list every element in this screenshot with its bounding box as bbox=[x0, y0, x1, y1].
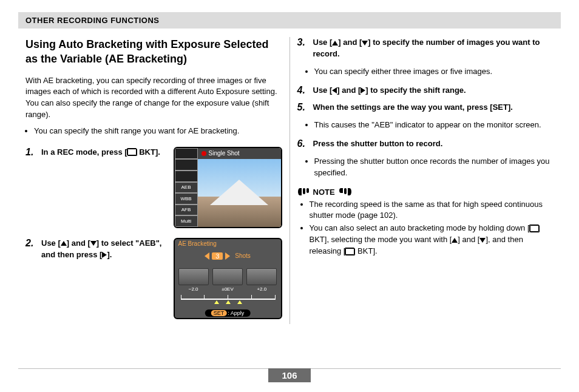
thumb-1: ±0EV bbox=[212, 268, 243, 285]
intro-bullet: You can specify the shift range you want… bbox=[34, 126, 282, 137]
up-arrow-icon bbox=[452, 238, 458, 243]
step-5: 5. When the settings are the way you wan… bbox=[297, 102, 554, 113]
thumb-1-label: ±0EV bbox=[213, 286, 242, 292]
mountain-icon bbox=[210, 180, 268, 205]
section-header: OTHER RECORDING FUNCTIONS bbox=[18, 12, 561, 29]
step-2: 2. Use [] and [] to select "AEB", and th… bbox=[25, 238, 168, 261]
figure1-photo bbox=[198, 159, 281, 227]
s2d: ]. bbox=[107, 250, 112, 259]
record-dot-icon bbox=[201, 151, 206, 156]
scale-arrow-icon bbox=[237, 300, 242, 304]
fig1-cell-0 bbox=[175, 148, 198, 160]
note-bullet-2: You can also select an auto bracketing m… bbox=[310, 223, 554, 257]
note-decor-left-icon bbox=[297, 188, 310, 195]
step-1-text-b: BKT]. bbox=[137, 147, 160, 157]
scale-arrow-icon bbox=[226, 300, 231, 304]
fig1-cell-afb: AFB bbox=[175, 204, 198, 216]
step-3-bullet: You can specify either three images or f… bbox=[314, 66, 554, 78]
nb2a: You can also select an auto bracketing m… bbox=[310, 223, 530, 232]
fig1-cell-2 bbox=[175, 171, 198, 182]
figure2-apply-bar: SET: Apply bbox=[205, 309, 251, 317]
figure1-sidebar: AEB WBB AFB Multi bbox=[175, 148, 198, 227]
set-label: SET bbox=[211, 310, 227, 316]
step-1-text: In a REC mode, press [ BKT]. bbox=[41, 147, 160, 158]
note-bullets: The recording speed is the same as that … bbox=[301, 199, 554, 257]
tick bbox=[251, 295, 252, 300]
figure1-top-label: Single Shot bbox=[209, 150, 240, 157]
s3a: Use [ bbox=[313, 38, 333, 47]
note-header: NOTE bbox=[297, 188, 554, 197]
figure1-topbar: Single Shot bbox=[198, 148, 281, 159]
thumb-2: +2.0 bbox=[246, 268, 277, 285]
left-column: Using Auto Bracketing with Exposure Sele… bbox=[18, 37, 290, 324]
up-arrow-icon bbox=[61, 241, 67, 246]
s3b: ] and [ bbox=[338, 38, 362, 47]
step-1-text-a: In a REC mode, press [ bbox=[41, 147, 127, 157]
down-arrow-icon bbox=[362, 41, 368, 46]
step-5-bullet: This causes the "AEB" indicator to appea… bbox=[314, 120, 554, 131]
s2a: Use [ bbox=[41, 238, 61, 248]
step-3-bullets: You can specify either three images or f… bbox=[306, 66, 554, 78]
scale-arrow-icon bbox=[214, 300, 219, 304]
thumb-0-label: −2.0 bbox=[179, 286, 208, 292]
bracket-icon bbox=[345, 248, 355, 255]
figure-single-shot: AEB WBB AFB Multi Single Shot bbox=[174, 147, 282, 228]
down-arrow-icon bbox=[479, 238, 486, 243]
step-6-bullets: Pressing the shutter button once records… bbox=[306, 156, 554, 179]
intro-bullet-list: You can specify the shift range you want… bbox=[25, 126, 282, 137]
step-6-number: 6. bbox=[297, 138, 308, 150]
figure2-shots-label: Shots bbox=[235, 252, 251, 259]
figure2-scale bbox=[181, 295, 275, 307]
figure2-shots-number: 3 bbox=[212, 252, 223, 260]
step-5-bullets: This causes the "AEB" indicator to appea… bbox=[306, 120, 554, 131]
right-column: 3. Use [] and [] to specify the number o… bbox=[290, 37, 561, 324]
down-arrow-icon bbox=[90, 241, 96, 246]
step-5-text: When the settings are the way you want, … bbox=[313, 102, 513, 113]
figure2-thumbs: −2.0 ±0EV +2.0 bbox=[175, 268, 281, 285]
intro-paragraph: With AE bracketing, you can specify reco… bbox=[25, 75, 282, 121]
step-2-row: 2. Use [] and [] to select "AEB", and th… bbox=[25, 238, 282, 319]
step-1: 1. In a REC mode, press [ BKT]. bbox=[25, 147, 168, 158]
content-columns: Using Auto Bracketing with Exposure Sele… bbox=[18, 37, 561, 324]
step-4: 4. Use [] and [] to specify the shift ra… bbox=[297, 85, 554, 96]
apply-label: : Apply bbox=[228, 310, 244, 316]
thumb-2-label: +2.0 bbox=[247, 286, 276, 292]
nb2c: ] and [ bbox=[458, 235, 479, 244]
fig1-cell-aeb: AEB bbox=[175, 182, 198, 194]
note-label: NOTE bbox=[313, 188, 335, 197]
tick bbox=[275, 295, 276, 300]
bracket-icon bbox=[127, 149, 137, 156]
step-6-bullet: Pressing the shutter button once records… bbox=[314, 156, 554, 179]
figure2-title: AE Bracketing bbox=[178, 240, 217, 247]
note-decor-right-icon bbox=[339, 188, 352, 195]
s4b: ] and [ bbox=[337, 86, 361, 95]
step-2-number: 2. bbox=[25, 238, 36, 261]
note-block: NOTE The recording speed is the same as … bbox=[297, 188, 554, 257]
fig1-cell-wbb: WBB bbox=[175, 193, 198, 204]
nb2b: BKT], selecting the mode you want with [ bbox=[310, 235, 452, 244]
thumb-0: −2.0 bbox=[178, 268, 209, 285]
step-6: 6. Press the shutter button to record. bbox=[297, 138, 554, 150]
figure2-shots-row: 3 Shots bbox=[175, 252, 281, 260]
step-3-number: 3. bbox=[297, 37, 308, 60]
fig1-cell-multi: Multi bbox=[175, 215, 198, 227]
s2b: ] and [ bbox=[67, 238, 90, 248]
step-4-number: 4. bbox=[297, 85, 308, 96]
step-4-text: Use [] and [] to specify the shift range… bbox=[313, 85, 466, 96]
step-3-text: Use [] and [] to specify the number of i… bbox=[313, 37, 554, 60]
tick bbox=[204, 295, 205, 300]
step-3: 3. Use [] and [] to specify the number o… bbox=[297, 37, 554, 60]
tick bbox=[228, 295, 228, 300]
page-footer: 106 bbox=[18, 368, 561, 382]
step-5-number: 5. bbox=[297, 102, 308, 113]
nb2e: BKT]. bbox=[355, 246, 377, 255]
fig1-cell-1 bbox=[175, 159, 198, 171]
s4c: ] to specify the shift range. bbox=[365, 86, 466, 95]
left-arrow-icon bbox=[205, 252, 209, 260]
figure-ae-bracketing: AE Bracketing 3 Shots −2.0 ±0EV +2.0 bbox=[174, 238, 282, 319]
note-bullet-1: The recording speed is the same as that … bbox=[310, 199, 554, 222]
right-arrow-icon bbox=[225, 252, 230, 260]
tick bbox=[181, 295, 181, 300]
step-6-text: Press the shutter button to record. bbox=[313, 138, 443, 150]
step-2-text: Use [] and [] to select "AEB", and then … bbox=[41, 238, 168, 261]
